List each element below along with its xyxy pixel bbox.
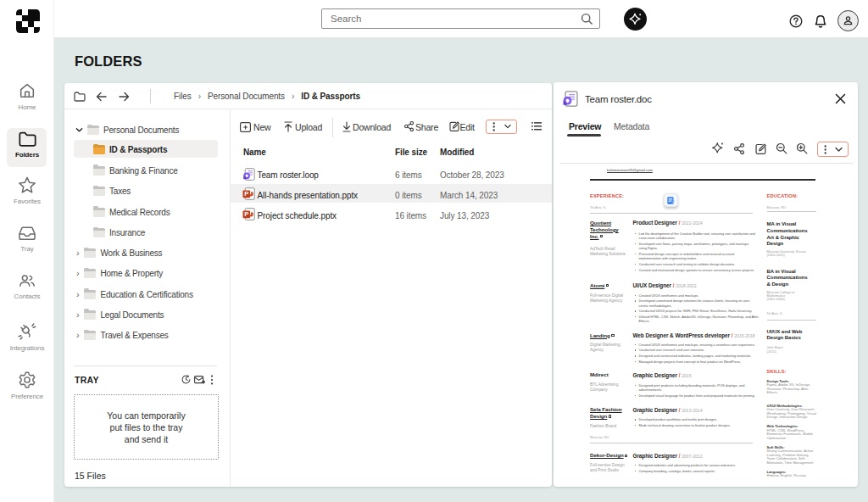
svg-text:P: P [244,190,248,198]
svg-text:P: P [244,210,248,218]
